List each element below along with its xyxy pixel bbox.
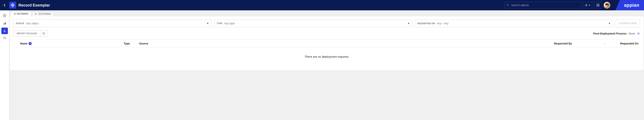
svg-rect-0: [12, 3, 14, 5]
app-launcher-button[interactable]: [594, 2, 602, 8]
filter-status[interactable]: STATUS Any status ▼: [13, 19, 212, 27]
gear-icon: [585, 4, 588, 7]
gear-icon: [637, 32, 640, 35]
left-nav-rail: [0, 10, 9, 120]
column-header-type[interactable]: Type: [124, 42, 139, 45]
svg-rect-12: [598, 5, 599, 5]
svg-line-5: [508, 5, 509, 6]
search-input[interactable]: [511, 4, 579, 7]
svg-point-22: [4, 38, 5, 39]
nav-monitor[interactable]: [1, 35, 8, 42]
filter-label: TYPE: [217, 22, 222, 24]
empty-state-message: There are no deployment requests: [13, 47, 640, 66]
import-package-button[interactable]: IMPORT PACKAGE: [13, 30, 40, 37]
svg-rect-7: [596, 4, 597, 4]
filter-type[interactable]: TYPE Any type ▼: [214, 19, 412, 27]
sort-indicator[interactable]: ↓: [604, 42, 610, 45]
svg-rect-18: [3, 24, 4, 24]
caret-down-icon: ▼: [408, 22, 410, 25]
filter-label: STATUS: [16, 22, 24, 24]
column-header-name[interactable]: Name ?: [20, 42, 124, 45]
caret-down-icon: ▼: [608, 22, 610, 25]
svg-rect-3: [12, 5, 14, 7]
search-icon: [506, 4, 509, 7]
deployments-table: Name ? Type Source Requested By ↓ Reques…: [13, 39, 640, 66]
tab-incoming[interactable]: INCOMING: [10, 11, 31, 16]
global-search[interactable]: [504, 2, 581, 8]
svg-rect-11: [598, 5, 598, 5]
filter-label: REQUESTED ON: [417, 22, 435, 24]
column-header-requested-by[interactable]: Requested By: [554, 42, 604, 45]
refresh-icon: [42, 32, 45, 35]
svg-rect-20: [5, 22, 6, 24]
tab-bar: INCOMING OUTGOING: [9, 10, 644, 16]
arrow-in-icon: [13, 13, 16, 15]
svg-point-6: [586, 5, 586, 5]
svg-rect-8: [598, 4, 598, 4]
arrow-out-icon: [35, 13, 37, 15]
clear-filters-button[interactable]: CLEAR FILTERS: [616, 19, 640, 27]
content-panel: STATUS Any status ▼ TYPE Any type ▼ REQU…: [9, 16, 644, 71]
app-icon: [9, 2, 16, 9]
tab-label: INCOMING: [17, 12, 28, 15]
user-avatar[interactable]: [604, 2, 610, 8]
column-header-source[interactable]: Source: [139, 42, 554, 45]
svg-rect-23: [15, 13, 15, 14]
svg-point-25: [638, 33, 639, 34]
svg-rect-9: [598, 4, 599, 4]
brand-logo: appian: [616, 0, 644, 10]
nav-build[interactable]: [1, 20, 8, 26]
svg-rect-2: [11, 4, 12, 6]
post-deploy-label: Post-Deployment Process: [593, 32, 627, 35]
filter-value: Any type: [224, 22, 235, 25]
filter-requested-on[interactable]: REQUESTED ON Any - Any ▼: [415, 19, 613, 27]
svg-rect-1: [13, 4, 14, 6]
help-icon[interactable]: ?: [28, 42, 32, 45]
caret-down-icon: ▼: [588, 4, 590, 6]
svg-rect-24: [35, 13, 36, 15]
grid-icon: [596, 3, 600, 7]
svg-rect-13: [596, 6, 597, 6]
back-button[interactable]: [2, 3, 7, 7]
tab-label: OUTGOING: [38, 13, 51, 15]
column-header-requested-on[interactable]: Requested On: [610, 42, 638, 45]
settings-menu-button[interactable]: ▼: [583, 2, 592, 8]
tab-outgoing[interactable]: OUTGOING: [32, 12, 54, 16]
filter-value: Any status: [26, 22, 38, 25]
filter-value: Any - Any: [437, 22, 448, 25]
top-bar: Record Exemplar ▼ appian: [0, 0, 644, 10]
post-deploy-settings-button[interactable]: [637, 32, 640, 35]
svg-rect-15: [598, 6, 599, 6]
refresh-button[interactable]: [40, 30, 48, 37]
svg-rect-19: [4, 23, 5, 24]
svg-point-4: [507, 4, 508, 5]
nav-deploy[interactable]: [1, 28, 8, 34]
svg-marker-17: [4, 15, 5, 16]
svg-rect-14: [598, 6, 598, 6]
page-title: Record Exemplar: [18, 3, 50, 7]
svg-rect-10: [596, 5, 597, 5]
post-deploy-value: None: [629, 32, 635, 35]
nav-explore[interactable]: [1, 12, 8, 19]
caret-down-icon: ▼: [207, 22, 209, 25]
